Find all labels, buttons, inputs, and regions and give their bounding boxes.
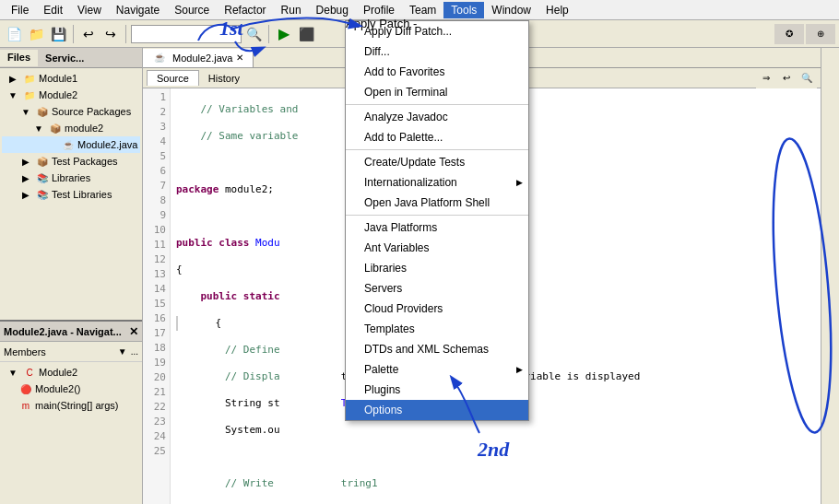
navigator-panel: Module2.java - Navigat... ✕ Members ▼ ..… — [0, 320, 142, 504]
menu-navigate[interactable]: Navigate — [109, 2, 167, 18]
menu-window[interactable]: Window — [484, 2, 538, 18]
tree-item-module1[interactable]: ▶ 📁 Module1 — [2, 70, 140, 87]
editor-toolbar-btn-3[interactable]: 🔍 — [797, 68, 817, 88]
menu-ant-variables-label: Ant Variables — [364, 241, 429, 254]
menu-palette[interactable]: Palette — [346, 359, 528, 380]
members-sort[interactable]: ... — [131, 346, 138, 357]
menu-analyze-javadoc[interactable]: Analyze Javadoc — [346, 107, 528, 127]
menu-source[interactable]: Source — [167, 2, 217, 18]
menu-templates-label: Templates — [364, 322, 415, 335]
menu-view[interactable]: View — [70, 2, 109, 18]
tab-files[interactable]: Files — [0, 50, 38, 66]
tree-item-libraries[interactable]: ▶ 📚 Libraries — [2, 170, 140, 186]
menu-open-terminal-label: Open in Terminal — [364, 86, 448, 99]
tree-item-test-packages[interactable]: ▶ 📦 Test Packages — [2, 153, 140, 170]
menu-tools[interactable]: Tools — [443, 2, 484, 18]
search-button[interactable]: 🔍 — [243, 24, 264, 44]
open-button[interactable]: 📁 — [26, 24, 46, 44]
menu-add-favorites[interactable]: Add to Favorites — [346, 62, 528, 82]
expand-icon-libraries: ▶ — [18, 170, 33, 185]
menu-cloud-providers-label: Cloud Providers — [364, 302, 443, 315]
menu-create-tests[interactable]: Create/Update Tests — [346, 152, 528, 172]
connect-btn[interactable]: ⊕ — [806, 24, 835, 44]
tab-history[interactable]: History — [199, 71, 249, 86]
tab-label-module2: Module2.java — [172, 53, 232, 64]
expand-icon-test-libs: ▶ — [18, 187, 33, 202]
toolbar-separator-1 — [73, 25, 74, 43]
expand-icon-source-pkg: ▼ — [18, 104, 33, 119]
menu-profile[interactable]: Profile — [356, 2, 402, 18]
search-input[interactable] — [131, 25, 242, 43]
menu-apply-diff-patch[interactable]: Apply Diff Patch... — [346, 21, 528, 41]
menu-debug[interactable]: Debug — [309, 2, 356, 18]
nav-item-main[interactable]: m main(String[] args) — [2, 397, 140, 414]
menu-add-palette[interactable]: Add to Palette... — [346, 127, 528, 147]
navigator-tree: ▼ C Module2 🔴 Module2() m main(String[] … — [0, 362, 142, 416]
menu-libraries[interactable]: Libraries — [346, 258, 528, 278]
run-button[interactable]: ▶ — [274, 24, 294, 44]
menu-dtds[interactable]: DTDs and XML Schemas — [346, 339, 528, 359]
save-button[interactable]: 💾 — [48, 24, 68, 44]
nav-item-module2[interactable]: ▼ C Module2 — [2, 364, 140, 381]
new-button[interactable]: 📄 — [4, 24, 24, 44]
menu-edit[interactable]: Edit — [36, 2, 70, 18]
menu-sep-2 — [346, 149, 528, 150]
tab-services[interactable]: Servic... — [38, 51, 91, 65]
menu-palette-label: Palette — [364, 363, 398, 376]
redo-button[interactable]: ↪ — [100, 24, 121, 44]
editor-tab-module2[interactable]: ☕ Module2.java ✕ — [143, 49, 254, 67]
menu-diff[interactable]: Diff... — [346, 41, 528, 62]
nav-class-icon: C — [22, 365, 37, 380]
menu-cloud-providers[interactable]: Cloud Providers — [346, 299, 528, 319]
tree-item-test-libraries[interactable]: ▶ 📚 Test Libraries — [2, 186, 140, 203]
sidebar-tabs: Files Servic... — [0, 48, 142, 68]
editor-toolbar-btn-1[interactable]: ⇒ — [756, 68, 776, 88]
menu-templates[interactable]: Templates — [346, 319, 528, 339]
menu-java-shell[interactable]: Open Java Platform Shell — [346, 193, 528, 213]
spacer-icon — [44, 137, 59, 152]
menu-dtds-label: DTDs and XML Schemas — [364, 343, 489, 356]
tab-source[interactable]: Source — [147, 70, 199, 86]
menu-options-label: Options — [364, 404, 402, 416]
menu-run[interactable]: Run — [274, 2, 309, 18]
expand-icon-module2-pkg: ▼ — [31, 121, 46, 135]
navigator-title-bar: Module2.java - Navigat... ✕ — [0, 322, 142, 342]
navigator-close-button[interactable]: ✕ — [129, 325, 138, 338]
tree-label-source-packages: Source Packages — [52, 106, 131, 117]
nav-item-constructor[interactable]: 🔴 Module2() — [2, 381, 140, 397]
menu-servers[interactable]: Servers — [346, 278, 528, 299]
tree-item-source-packages[interactable]: ▼ 📦 Source Packages — [2, 103, 140, 120]
profile-btn[interactable]: ✪ — [774, 24, 804, 44]
menu-java-shell-label: Open Java Platform Shell — [364, 196, 490, 209]
menu-team[interactable]: Team — [402, 2, 443, 18]
line-numbers: 1 2 3 4 5 6 7 8 9 10 11 12 13 14 15 16 1… — [143, 88, 171, 504]
java-file-icon: ☕ — [61, 137, 76, 152]
tree-item-module2-pkg[interactable]: ▼ 📦 module2 — [2, 120, 140, 136]
tab-java-icon: ☕ — [152, 51, 167, 65]
expand-icon-test-pkg: ▶ — [18, 154, 33, 169]
test-libraries-icon: 📚 — [35, 187, 50, 202]
menu-java-platforms[interactable]: Java Platforms — [346, 217, 528, 238]
menu-plugins[interactable]: Plugins — [346, 380, 528, 400]
package-icon: 📦 — [48, 121, 63, 135]
undo-button[interactable]: ↩ — [78, 24, 99, 44]
menubar: File Edit View Navigate Source Refactor … — [0, 0, 839, 20]
nav-constructor-icon: 🔴 — [18, 381, 33, 396]
tree-item-module2-java[interactable]: ☕ Module2.java — [2, 136, 140, 153]
menu-options[interactable]: Options — [346, 400, 528, 420]
menu-file[interactable]: File — [4, 2, 36, 18]
tab-close-button[interactable]: ✕ — [236, 53, 243, 63]
menu-refactor[interactable]: Refactor — [217, 2, 273, 18]
menu-help[interactable]: Help — [538, 2, 576, 18]
folder-icon-module2: 📁 — [22, 88, 37, 102]
menu-open-terminal[interactable]: Open in Terminal — [346, 82, 528, 102]
tree-label-libraries: Libraries — [52, 172, 90, 183]
menu-internationalization-label: Internationalization — [364, 176, 457, 189]
menu-internationalization[interactable]: Internationalization — [346, 172, 528, 193]
tree-item-module2[interactable]: ▼ 📁 Module2 — [2, 87, 140, 103]
members-dropdown[interactable]: ▼ — [118, 346, 127, 357]
debug-run-button[interactable]: ⬛ — [296, 24, 316, 44]
menu-java-platforms-label: Java Platforms — [364, 221, 437, 234]
menu-ant-variables[interactable]: Ant Variables — [346, 238, 528, 258]
editor-toolbar-btn-2[interactable]: ↩ — [776, 68, 797, 88]
